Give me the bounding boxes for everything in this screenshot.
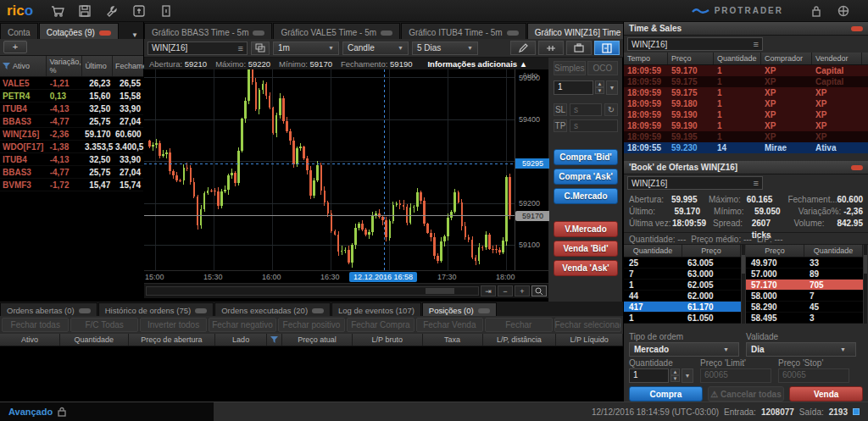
layers-icon[interactable]	[251, 42, 270, 55]
ts-row[interactable]: 18:09:5959.1901XPXP	[624, 120, 868, 131]
ask-row[interactable]: 57.00089	[746, 269, 863, 280]
logout-icon[interactable]	[157, 3, 175, 19]
quantity-dropdown[interactable]: ▼	[606, 80, 618, 95]
ask-row[interactable]: 57.170705	[746, 280, 863, 291]
ts-column-quantidade[interactable]: Quantidade	[714, 53, 761, 64]
column-ativo[interactable]: Ativo	[0, 56, 47, 76]
action-button[interactable]: Inverter todos	[140, 318, 207, 332]
trade-panel-toggle-icon[interactable]	[594, 41, 620, 55]
add-symbol-button[interactable]: +	[3, 41, 27, 53]
form-qty-dropdown[interactable]: ▼	[682, 368, 693, 383]
positions-column[interactable]: Ativo	[0, 334, 60, 346]
ts-row[interactable]: 18:09:5959.1701XPCapital	[624, 65, 868, 76]
scroll-thumb[interactable]	[426, 288, 454, 294]
tab-pill-icon[interactable]	[312, 308, 324, 313]
draw-pencil-icon[interactable]	[510, 41, 536, 55]
timeframe-select[interactable]: 1m▼	[273, 42, 339, 55]
scroll-to-end-icon[interactable]: ⇥	[481, 285, 496, 296]
positions-column[interactable]: Preço atual	[282, 334, 353, 346]
range-select[interactable]: 5 Dias▼	[412, 42, 478, 55]
chart-tab[interactable]: Gráfico BBAS3 Time - 5m	[144, 23, 272, 39]
ts-row[interactable]: 18:09:5959.1751XPXP	[624, 87, 868, 98]
column-variacao[interactable]: Variação, %	[47, 56, 82, 76]
tab-pill-icon[interactable]	[253, 30, 264, 36]
positions-column[interactable]: Preço de abertura	[129, 334, 215, 346]
tab-conta[interactable]: Conta	[0, 23, 38, 39]
ts-column-tempo[interactable]: Tempo	[624, 53, 668, 64]
ts-row[interactable]: 18:09:5959.1751XPCapital	[624, 76, 868, 87]
bid-row[interactable]: 4462.000	[624, 291, 741, 302]
ts-row[interactable]: 18:09:5959.1801XPXP	[624, 98, 868, 109]
bid-row[interactable]: 763.000	[624, 269, 741, 280]
time-axis[interactable]: 15:0015:3016:0016:3017:3018:00 12.12.201…	[144, 270, 548, 283]
stop-price-input[interactable]: 60065	[778, 368, 849, 383]
candlestick-plot[interactable]: Auto 59500594005920059100 59295 59170	[144, 69, 549, 270]
orders-tab[interactable]: Histórico de ordens (75)	[98, 302, 214, 316]
close-panel-icon[interactable]	[851, 26, 863, 31]
venda-ask-button[interactable]: Venda 'Ask'	[554, 260, 618, 276]
menu-icon[interactable]: ≡	[754, 178, 759, 188]
filter-icon[interactable]	[267, 334, 282, 346]
tab-cotacoes[interactable]: Cotações (9)	[39, 23, 119, 39]
zoom-in-icon[interactable]: +	[515, 285, 530, 296]
ask-row[interactable]: 49.97033	[746, 258, 863, 269]
action-button[interactable]: F/C Todas	[70, 318, 137, 332]
compra-button[interactable]: Compra	[629, 386, 703, 402]
quote-row[interactable]: BBAS3-4,7725,7527,04	[0, 166, 143, 179]
wrench-icon[interactable]	[103, 3, 121, 19]
book-symbol-input[interactable]: WIN[Z16]≡	[627, 176, 763, 190]
ts-row[interactable]: 18:09:5959.1951XPXP	[624, 131, 868, 142]
orders-tab[interactable]: Log de eventos (107)	[331, 302, 421, 316]
ask-scrollbar[interactable]	[863, 245, 868, 324]
compra-bid-button[interactable]: Compra 'Bid'	[554, 149, 618, 165]
quantity-stepper[interactable]: ▲▼	[595, 80, 604, 95]
crosshair-tool-icon[interactable]	[538, 41, 564, 55]
orders-tab[interactable]: Ordens executadas (20)	[214, 302, 331, 316]
bid-row[interactable]: 161.050	[624, 313, 741, 324]
limit-price-input[interactable]: 60065	[700, 368, 771, 383]
close-panel-icon[interactable]	[851, 165, 863, 170]
venda-mercado-button[interactable]: V.Mercado	[554, 221, 618, 237]
action-button[interactable]: Fechar todas	[2, 318, 69, 332]
ask-row[interactable]: 58.4953	[746, 313, 863, 324]
action-button[interactable]: Fechar selecionad	[554, 318, 621, 332]
validity-select[interactable]: Dia▼	[746, 342, 856, 357]
close-tab-icon[interactable]	[99, 30, 111, 36]
tp-input[interactable]: s	[570, 119, 618, 132]
quote-row[interactable]: ITUB4-4,1332,5033,90	[0, 153, 143, 166]
form-qty-input[interactable]: 1	[629, 368, 669, 383]
price-axis[interactable]: Auto 59500594005920059100 59295 59170	[515, 69, 549, 270]
quote-row[interactable]: BVMF3-1,7215,4715,74	[0, 179, 143, 191]
venda-button[interactable]: Venda	[789, 386, 863, 402]
quote-row[interactable]: VALE5-1,2126,2326,55	[0, 77, 143, 90]
ts-symbol-input[interactable]: WIN[Z16]≡	[627, 37, 763, 51]
zoom-fit-icon[interactable]	[531, 285, 547, 296]
tab-pill-icon[interactable]	[381, 30, 392, 36]
tab-pill-icon[interactable]	[79, 308, 91, 313]
cancelar-todas-button[interactable]: ⚠ Cancelar todas	[708, 386, 785, 402]
bid-row[interactable]: 2563.005	[624, 258, 741, 269]
positions-column[interactable]: Lado	[215, 334, 267, 346]
positions-column[interactable]: Taxa	[423, 334, 483, 346]
tab-simples[interactable]: Simples	[554, 61, 586, 75]
positions-column[interactable]: L/P, distância	[483, 334, 557, 346]
chart-symbol-input[interactable]: WIN[Z16]≡	[147, 42, 248, 55]
chart-area[interactable]: Abertura: 59210 Máximo: 59220 Mínimo: 59…	[144, 58, 549, 302]
lock-icon[interactable]	[807, 3, 826, 19]
quote-row[interactable]: WDO[F17]-1,383.353,53.400,5	[0, 141, 143, 153]
compra-ask-button[interactable]: Compra 'Ask'	[554, 169, 618, 185]
ts-column-comprador[interactable]: Comprador	[761, 53, 812, 64]
ts-row[interactable]: 18:09:5959.1901XPXP	[624, 109, 868, 120]
action-button[interactable]: Fechar Compra	[347, 318, 414, 332]
advanced-mode[interactable]: Avançado	[0, 402, 214, 421]
scroll-track[interactable]	[146, 286, 479, 296]
orders-tab[interactable]: Ordens abertas (0)	[0, 302, 97, 316]
tab-pill-icon[interactable]	[195, 308, 207, 313]
bid-row[interactable]: 41761.170	[624, 302, 741, 313]
chart-style-select[interactable]: Candle▼	[342, 42, 409, 55]
indicator-icon[interactable]	[130, 3, 148, 19]
quote-row[interactable]: PETR40,1315,6015,58	[0, 90, 143, 102]
filter-icon[interactable]	[3, 63, 10, 69]
tab-oco[interactable]: OCO	[587, 61, 618, 75]
action-button[interactable]: Fechar negativo	[209, 318, 275, 332]
